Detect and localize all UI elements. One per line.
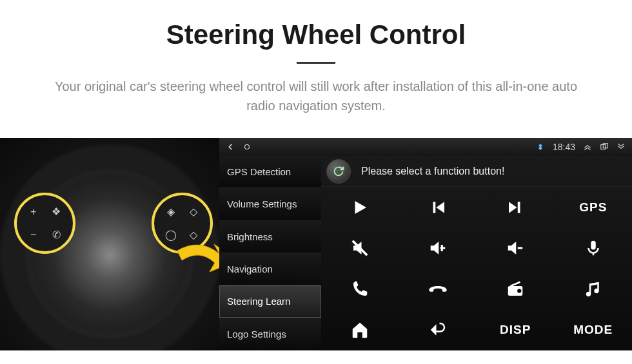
plus-icon: + — [22, 200, 45, 224]
mic-button[interactable] — [555, 228, 633, 269]
recent-apps-icon[interactable] — [600, 142, 609, 151]
sidebar-item-label: Logo Settings — [227, 329, 286, 340]
chevron-up-icon[interactable] — [583, 142, 592, 151]
sidebar-item-label: Brightness — [227, 231, 273, 242]
instruction-text: Please select a function button! — [361, 166, 504, 177]
vol-down-button[interactable] — [477, 228, 555, 269]
music-button[interactable] — [555, 269, 633, 310]
prev-track-button[interactable] — [399, 187, 477, 228]
sidebar-item-gps-detection[interactable]: GPS Detection — [219, 156, 321, 188]
back-button[interactable] — [399, 310, 477, 351]
head-unit-screen: 18:43 GPS Detection Volume Settings Brig… — [219, 138, 632, 350]
back-nav-icon[interactable] — [226, 142, 235, 151]
function-grid: GPS DISP MODE — [321, 187, 632, 350]
sidebar-item-label: Volume Settings — [227, 198, 297, 209]
mode-button[interactable]: MODE — [555, 310, 633, 351]
gps-button[interactable]: GPS — [555, 187, 633, 228]
sidebar-item-label: GPS Detection — [227, 166, 291, 177]
diamond-icon: ◇ — [183, 200, 206, 224]
svg-point-6 — [517, 289, 521, 292]
minus-icon: − — [22, 224, 45, 247]
sidebar-item-steering-learn[interactable]: Steering Learn — [219, 285, 321, 318]
android-statusbar: 18:43 — [219, 138, 632, 156]
next-track-button[interactable] — [477, 187, 555, 228]
settings-sidebar: GPS Detection Volume Settings Brightness… — [219, 156, 321, 350]
sidebar-item-logo-settings[interactable]: Logo Settings — [219, 318, 321, 350]
svg-rect-4 — [591, 241, 596, 250]
radio-button[interactable] — [477, 269, 555, 310]
status-time: 18:43 — [553, 142, 575, 152]
steering-wheel-photo: + ❖ − ✆ ◈ ◇ ◯ ◇ — [0, 138, 219, 350]
sidebar-item-navigation[interactable]: Navigation — [219, 253, 321, 285]
mute-button[interactable] — [321, 228, 399, 269]
home-button[interactable] — [321, 310, 399, 351]
sidebar-item-label: Navigation — [227, 263, 273, 274]
page-subtitle: Your original car's steering wheel contr… — [42, 77, 590, 115]
hangup-button[interactable] — [399, 269, 477, 310]
sidebar-item-volume-settings[interactable]: Volume Settings — [219, 188, 321, 220]
sidebar-item-brightness[interactable]: Brightness — [219, 221, 321, 253]
wheel-icon: ◈ — [159, 200, 183, 224]
play-button[interactable] — [321, 187, 399, 228]
arrow-callout-icon — [174, 235, 219, 292]
refresh-button[interactable] — [326, 159, 351, 184]
voice-icon: ❖ — [45, 200, 68, 224]
wheel-button-cluster-left: + ❖ − ✆ — [14, 193, 75, 254]
page-title: Steering Wheel Control — [13, 19, 619, 50]
sidebar-item-label: Steering Learn — [227, 296, 290, 307]
disp-button[interactable]: DISP — [477, 310, 555, 351]
home-nav-icon[interactable] — [242, 142, 252, 151]
phone-icon: ✆ — [45, 224, 68, 247]
title-divider — [297, 62, 335, 64]
bluetooth-icon — [536, 143, 545, 151]
phone-button[interactable] — [321, 269, 399, 310]
vol-up-button[interactable] — [399, 228, 477, 269]
svg-point-0 — [245, 145, 250, 149]
chevron-down-icon[interactable] — [617, 142, 626, 151]
